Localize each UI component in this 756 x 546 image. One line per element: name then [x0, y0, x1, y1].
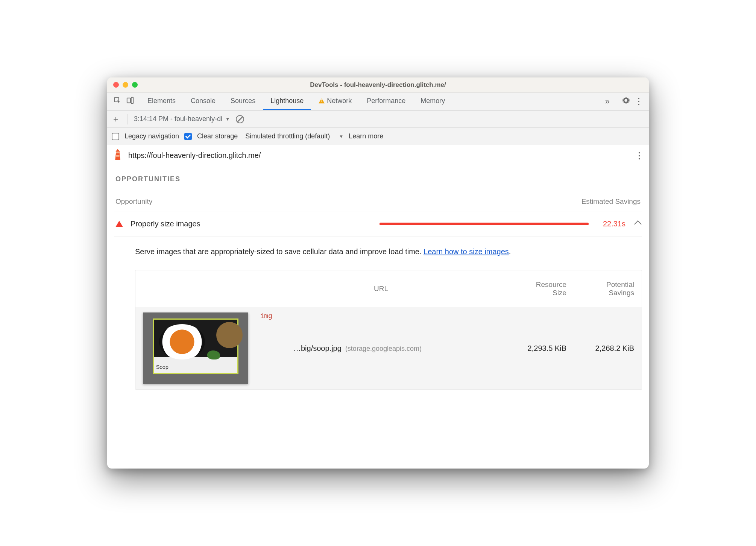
opportunity-properly-size-images[interactable]: Properly size images 22.31s: [114, 211, 642, 237]
clear-icon: [236, 115, 244, 123]
savings-time-value: 22.31s: [603, 220, 625, 228]
potential-savings-value: 2,268.2 KiB: [574, 344, 642, 353]
savings-column-label: Estimated Savings: [581, 197, 641, 206]
titlebar: DevTools - foul-heavenly-direction.glitc…: [107, 77, 649, 93]
throttling-dropdown[interactable]: ▼: [339, 134, 343, 139]
tab-label: Memory: [421, 97, 445, 105]
tab-performance[interactable]: Performance: [359, 93, 413, 110]
savings-bar: [380, 223, 589, 225]
tab-label: Elements: [147, 97, 176, 105]
potential-savings-column-header: Potential Savings: [574, 277, 642, 301]
settings-icon[interactable]: [622, 96, 630, 106]
legacy-navigation-label: Legacy navigation: [124, 132, 179, 140]
tab-label: Lighthouse: [270, 97, 304, 105]
lighthouse-toolbar: + 3:14:14 PM - foul-heavenly-di ▼: [107, 111, 649, 128]
opportunity-description: Serve images that are appropriately-size…: [114, 237, 642, 266]
element-highlight: Soop: [153, 318, 238, 374]
url-column-header: URL: [256, 281, 506, 297]
divider: [139, 96, 139, 107]
header-line: Size: [514, 289, 566, 297]
learn-how-link[interactable]: Learn how to size images: [424, 247, 509, 256]
tab-sources[interactable]: Sources: [223, 93, 263, 110]
thumbnail-caption: Soop: [156, 364, 169, 370]
devtools-tabbar: Elements Console Sources Lighthouse Netw…: [107, 93, 649, 111]
warning-icon: [319, 98, 325, 103]
tab-console[interactable]: Console: [183, 93, 223, 110]
legacy-navigation-checkbox[interactable]: [112, 133, 119, 140]
tab-label: Performance: [367, 97, 405, 105]
report-menu-icon[interactable]: [635, 152, 644, 159]
report-select-label: 3:14:14 PM - foul-heavenly-di: [134, 115, 222, 123]
panel-tabs: Elements Console Sources Lighthouse Netw…: [140, 93, 452, 110]
devtools-window: DevTools - foul-heavenly-direction.glitc…: [107, 77, 649, 469]
opportunity-column-label: Opportunity: [115, 197, 152, 206]
learn-more-link[interactable]: Learn more: [349, 132, 383, 140]
tab-lighthouse[interactable]: Lighthouse: [263, 93, 311, 110]
thumbnail-content: [159, 324, 205, 359]
inspect-element-icon[interactable]: [113, 96, 121, 106]
tab-memory[interactable]: Memory: [413, 93, 452, 110]
more-tabs-icon[interactable]: »: [605, 97, 608, 106]
report-body: OPPORTUNITIES Opportunity Estimated Savi…: [107, 166, 649, 469]
chevron-up-icon: [634, 220, 642, 228]
header-line: Resource: [514, 281, 566, 289]
throttling-label: Simulated throttling (default): [245, 132, 330, 140]
clear-storage-checkbox[interactable]: [184, 133, 192, 140]
clear-storage-label: Clear storage: [197, 132, 238, 140]
resource-size-column-header: Resource Size: [506, 277, 574, 301]
report-url-text: https://foul-heavenly-direction.glitch.m…: [128, 151, 630, 160]
element-thumbnail[interactable]: Soop img: [143, 312, 248, 384]
divider: [128, 114, 128, 124]
lighthouse-icon: [112, 148, 123, 163]
opportunities-header-row: Opportunity Estimated Savings: [114, 192, 642, 211]
url-cell: …big/soop.jpg (storage.googleapis.com): [256, 344, 506, 353]
tab-network[interactable]: Network: [311, 93, 359, 110]
thumbnail-content: [207, 350, 220, 359]
svg-rect-1: [131, 97, 134, 104]
report-url-bar: https://foul-heavenly-direction.glitch.m…: [107, 145, 649, 166]
opportunity-table: URL Resource Size Potential Savings: [135, 270, 642, 390]
tab-label: Network: [327, 97, 352, 105]
device-toggle-icon[interactable]: [126, 96, 134, 106]
resource-size-value: 2,293.5 KiB: [506, 344, 574, 353]
window-title: DevTools - foul-heavenly-direction.glitc…: [107, 81, 649, 89]
tab-label: Sources: [231, 97, 255, 105]
tab-label: Console: [191, 97, 216, 105]
header-line: Potential: [581, 281, 634, 289]
fail-triangle-icon: [115, 221, 123, 227]
svg-rect-0: [127, 98, 131, 103]
tab-elements[interactable]: Elements: [140, 93, 183, 110]
resource-host: (storage.googleapis.com): [345, 345, 422, 353]
thumbnail-content: [216, 322, 243, 348]
description-period: .: [509, 247, 511, 256]
opportunity-title: Properly size images: [131, 220, 372, 228]
header-line: Savings: [581, 289, 634, 297]
resource-name[interactable]: …big/soop.jpg: [293, 344, 342, 353]
table-row: Soop img …big/soop.jpg (storage.googleap…: [135, 307, 642, 389]
lighthouse-options: Legacy navigation Clear storage Simulate…: [107, 128, 649, 145]
report-select[interactable]: 3:14:14 PM - foul-heavenly-di ▼: [134, 115, 230, 123]
thumbnail-cell: Soop img: [135, 312, 256, 384]
element-tag-label: img: [260, 312, 272, 320]
new-report-button[interactable]: +: [110, 114, 121, 125]
description-text: Serve images that are appropriately-size…: [135, 247, 424, 256]
table-header-row: URL Resource Size Potential Savings: [135, 270, 642, 307]
clear-reports-button[interactable]: [236, 115, 244, 123]
opportunities-heading: OPPORTUNITIES: [114, 171, 642, 192]
dropdown-arrow-icon: ▼: [225, 117, 230, 122]
more-menu-icon[interactable]: [635, 98, 643, 105]
